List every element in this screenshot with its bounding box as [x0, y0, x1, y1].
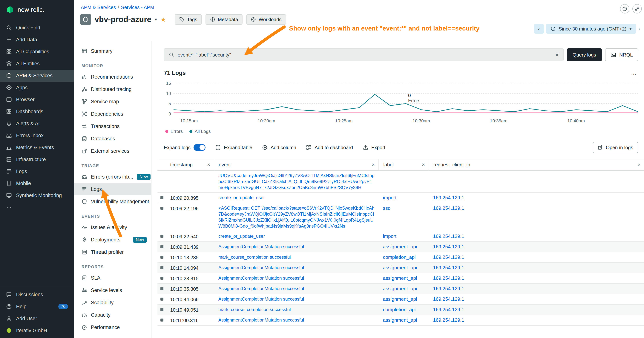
sidebar-item[interactable]: Mobile — [0, 177, 74, 189]
remove-timestamp-column-icon[interactable]: × — [204, 162, 210, 168]
remove-event-column-icon[interactable]: × — [369, 162, 375, 168]
sidebar-item[interactable]: All Entities — [0, 58, 74, 70]
cell-event-link[interactable]: AssignmentCompletionMutation successful — [218, 275, 375, 281]
table-row[interactable]: 10:09:22.196 <ASGIRequest: GET '/sso/cal… — [158, 203, 644, 231]
table-row[interactable]: 10:10:23.815 AssignmentCompletionMutatio… — [158, 273, 644, 284]
subnav-item[interactable]: Deployments New — [74, 234, 151, 246]
sidebar-item[interactable]: Metrics & Events — [0, 142, 74, 153]
cell-ip-link[interactable]: 169.254.129.1 — [433, 286, 641, 291]
table-row[interactable]: 10:10:44.066 AssignmentCompletionMutatio… — [158, 294, 644, 305]
query-logs-button[interactable]: Query logs — [567, 48, 602, 61]
sidebar-footer-item[interactable]: Iterativ GmbH — [0, 324, 74, 336]
cell-ip-link[interactable]: 169.254.129.1 — [433, 195, 641, 201]
cell-ip-link[interactable]: 169.254.129.1 — [433, 233, 641, 239]
table-row[interactable]: 10:10:14.094 AssignmentCompletionMutatio… — [158, 263, 644, 273]
cell-label-link[interactable]: assignment_api — [383, 244, 425, 250]
add-column-button[interactable]: Add column — [262, 145, 296, 150]
cell-event-link[interactable]: AssignmentCompletionMutation successful — [218, 317, 375, 323]
breadcrumb-apm-services[interactable]: APM & Services — [81, 5, 116, 10]
cell-ip-link[interactable]: 169.254.129.1 — [433, 275, 641, 281]
add-to-dashboard-button[interactable]: Add to dashboard — [306, 145, 353, 150]
subnav-item[interactable]: Logs — [74, 183, 151, 195]
sidebar-item[interactable]: Browser — [0, 94, 74, 106]
subnav-item[interactable]: Vulnerability Management — [74, 195, 151, 208]
subnav-item[interactable]: Issues & activity — [74, 221, 151, 234]
permalink-button[interactable] — [632, 4, 642, 14]
cell-label-link[interactable]: assignment_api — [383, 296, 425, 302]
row-marker[interactable] — [160, 266, 164, 269]
breadcrumb-services-apm[interactable]: Services - APM — [121, 5, 154, 10]
open-in-logs-button[interactable]: Open in logs — [593, 142, 638, 153]
subnav-item[interactable]: Errors (errors inb... New — [74, 171, 151, 183]
table-row[interactable]: 10:09:22.540 create_or_update_user impor… — [158, 231, 644, 242]
more-options-icon[interactable]: … — [631, 70, 637, 76]
expand-table-button[interactable]: Expand table — [215, 145, 252, 150]
entity-header-button[interactable]: Tags — [175, 14, 202, 25]
cell-event-link[interactable]: mark_course_completion successful — [218, 306, 375, 312]
cell-ip-link[interactable]: 169.254.129.1 — [433, 317, 641, 323]
row-marker[interactable] — [160, 196, 164, 199]
sidebar-item[interactable]: Apps — [0, 82, 74, 94]
cell-event-link[interactable]: AssignmentCompletionMutation successful — [218, 265, 375, 271]
cell-label-link[interactable]: assignment_api — [383, 265, 425, 271]
legend-item[interactable]: All Logs — [190, 129, 210, 134]
sidebar-item[interactable]: Infrastructure — [0, 153, 74, 165]
cell-event-link[interactable]: create_or_update_user — [218, 233, 375, 239]
row-marker[interactable] — [160, 287, 164, 290]
cell-label-link[interactable]: sso — [383, 205, 425, 211]
entity-header-button[interactable]: Workloads — [246, 14, 286, 25]
entity-dropdown-chevron-icon[interactable]: ▾ — [155, 17, 157, 22]
subnav-item[interactable]: Performance — [74, 321, 151, 333]
cell-event-link[interactable]: AssignmentCompletionMutation successful — [218, 296, 375, 302]
expand-logs-toggle[interactable] — [194, 144, 206, 151]
row-marker[interactable] — [160, 207, 164, 210]
favorite-star-icon[interactable]: ★ — [160, 16, 166, 23]
export-button[interactable]: Export — [363, 145, 386, 150]
time-forward-button[interactable]: › — [638, 26, 640, 32]
subnav-item[interactable]: Scalability — [74, 296, 151, 309]
entity-header-button[interactable]: Metadata — [206, 14, 242, 25]
sidebar-item[interactable]: All Capabilities — [0, 46, 74, 58]
cell-label-link[interactable]: import — [383, 195, 425, 201]
row-marker[interactable] — [160, 308, 164, 311]
subnav-item[interactable]: Service map — [74, 96, 151, 108]
table-row[interactable]: 10:10:13.235 mark_course_completion succ… — [158, 252, 644, 263]
row-marker[interactable] — [160, 235, 164, 238]
sidebar-footer-item[interactable]: Discussions — [0, 289, 74, 300]
sidebar-item[interactable]: Dashboards — [0, 106, 74, 118]
remove-label-column-icon[interactable]: × — [419, 162, 425, 168]
time-range-selector[interactable]: Since 30 minutes ago (GMT+2) ▾ — [546, 24, 636, 34]
subnav-item[interactable]: Databases — [74, 133, 151, 145]
sidebar-item[interactable]: Errors Inbox — [0, 130, 74, 142]
row-marker[interactable] — [160, 256, 164, 259]
subnav-item[interactable]: External services — [74, 145, 151, 157]
remove-ip-column-icon[interactable]: × — [635, 162, 641, 168]
subnav-item[interactable]: SLA — [74, 272, 151, 284]
sidebar-item[interactable]: APM & Services — [0, 70, 74, 82]
page-title[interactable]: vbv-prod-azure — [94, 15, 151, 24]
cell-label-link[interactable]: import — [383, 233, 425, 239]
new-relic-logo[interactable]: new relic. — [0, 0, 74, 20]
cell-event-link[interactable]: mark_course_completion successful — [218, 254, 375, 260]
table-row[interactable]: 10:10:35.305 AssignmentCompletionMutatio… — [158, 284, 644, 294]
sidebar-footer-item[interactable]: Add User — [0, 312, 74, 324]
subnav-item[interactable]: Dependencies — [74, 108, 151, 120]
cell-label-link[interactable]: assignment_api — [383, 286, 425, 291]
subnav-item[interactable]: Thread profiler — [74, 246, 151, 258]
logs-search-input[interactable]: event:* -"label":"security" × — [164, 48, 564, 61]
nrql-button[interactable]: NRQL — [605, 48, 638, 61]
sidebar-item[interactable]: Alerts & AI — [0, 118, 74, 130]
table-row[interactable]: 10:09:31.439 AssignmentCompletionMutatio… — [158, 242, 644, 252]
subnav-item[interactable]: Transactions — [74, 120, 151, 133]
clear-search-icon[interactable]: × — [555, 52, 559, 58]
sidebar-item[interactable]: Logs — [0, 165, 74, 177]
subnav-item[interactable]: Capacity — [74, 309, 151, 321]
cell-event-link[interactable]: <ASGIRequest: GET '/sso/callback/?state=… — [218, 205, 375, 229]
sidebar-item[interactable] — [0, 201, 74, 213]
table-row[interactable]: 10:09:20.895 create_or_update_user impor… — [158, 193, 644, 203]
cell-event-link[interactable]: create_or_update_user — [218, 195, 375, 201]
cell-label-link[interactable]: assignment_api — [383, 317, 425, 323]
subnav-item[interactable]: Recommendations — [74, 71, 151, 83]
cell-ip-link[interactable]: 169.254.129.1 — [433, 254, 641, 260]
sidebar-item[interactable]: Quick Find — [0, 22, 74, 34]
